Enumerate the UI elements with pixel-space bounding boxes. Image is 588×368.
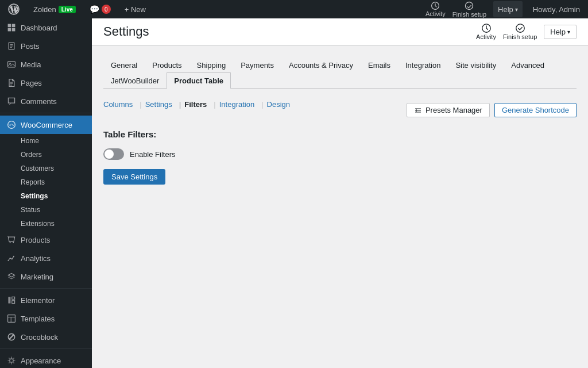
- tab-accounts-privacy[interactable]: Accounts & Privacy: [281, 57, 361, 73]
- tab-integration[interactable]: Integration: [398, 57, 448, 73]
- submenu-item-customers[interactable]: Customers: [0, 162, 92, 175]
- generate-shortcode-button[interactable]: Generate Shortcode: [494, 103, 577, 117]
- help-header-button[interactable]: Help ▾: [544, 25, 577, 39]
- sidebar-label-marketing: Marketing: [21, 273, 53, 281]
- sub-tab-design[interactable]: Design: [258, 100, 293, 109]
- submenu-label-settings: Settings: [21, 192, 48, 200]
- dashboard-icon: [7, 23, 16, 32]
- submenu-item-home[interactable]: Home: [0, 134, 92, 148]
- svg-point-11: [7, 260, 9, 261]
- save-settings-button[interactable]: Save Settings: [103, 169, 165, 185]
- sub-tab-columns[interactable]: Columns: [103, 100, 136, 109]
- sidebar-item-products[interactable]: Products: [0, 231, 92, 249]
- submenu-item-reports[interactable]: Reports: [0, 175, 92, 189]
- sidebar-label-crocoblock: Crocoblock: [21, 333, 58, 342]
- tab-product-table[interactable]: Product Table: [167, 72, 231, 89]
- menu-separator-1: [0, 113, 92, 113]
- wp-logo-button[interactable]: [5, 0, 23, 18]
- sidebar-item-elementor[interactable]: Elementor: [0, 291, 92, 309]
- svg-rect-6: [8, 62, 16, 67]
- sub-tab-integration[interactable]: Integration: [210, 100, 258, 109]
- svg-point-23: [516, 24, 524, 32]
- finish-setup-button[interactable]: Finish setup: [452, 1, 486, 18]
- new-content-button[interactable]: + New: [121, 0, 149, 18]
- submenu-item-settings[interactable]: Settings: [0, 189, 92, 203]
- media-icon: [7, 60, 16, 69]
- svg-point-7: [9, 63, 10, 64]
- sidebar-item-comments[interactable]: Comments: [0, 92, 92, 110]
- activity-button[interactable]: Activity: [425, 1, 446, 17]
- sidebar-label-products: Products: [21, 236, 50, 244]
- svg-point-9: [10, 242, 11, 243]
- live-badge: Live: [59, 6, 76, 13]
- sidebar-item-woocommerce[interactable]: WooCommerce: [0, 116, 92, 134]
- svg-point-13: [11, 259, 13, 260]
- sub-tab-settings[interactable]: Settings: [136, 100, 175, 109]
- submenu-label-extensions: Extensions: [21, 220, 55, 228]
- help-header-label: Help: [550, 28, 566, 36]
- sidebar-label-media: Media: [21, 60, 41, 69]
- sidebar-label-appearance: Appearance: [21, 356, 61, 365]
- submenu-item-extensions[interactable]: Extensions: [0, 217, 92, 231]
- sub-tab-row: Columns Settings Filters Integration Des…: [103, 100, 577, 120]
- help-dropdown-icon: ▾: [515, 6, 518, 13]
- finish-setup-header-button[interactable]: Finish setup: [503, 23, 537, 40]
- menu-separator-3: [0, 348, 92, 349]
- sidebar-item-appearance[interactable]: Appearance: [0, 351, 92, 368]
- woocommerce-icon: [7, 120, 16, 129]
- sub-tab-filters[interactable]: Filters: [176, 100, 211, 109]
- presets-manager-label: Presets Manager: [425, 106, 482, 114]
- sidebar-item-marketing[interactable]: Marketing: [0, 267, 92, 286]
- sidebar-item-posts[interactable]: Posts: [0, 37, 92, 55]
- sidebar-label-comments: Comments: [21, 97, 57, 106]
- svg-rect-15: [8, 297, 10, 303]
- settings-wrap: General Products Shipping Payments Accou…: [92, 45, 588, 196]
- tab-products[interactable]: Products: [145, 57, 189, 73]
- pages-icon: [7, 78, 16, 87]
- settings-tab-bar: General Products Shipping Payments Accou…: [103, 57, 577, 89]
- submenu-label-customers: Customers: [21, 164, 54, 172]
- comments-button[interactable]: 💬 0: [86, 0, 114, 18]
- sidebar-item-analytics[interactable]: Analytics: [0, 249, 92, 267]
- tab-site-visibility[interactable]: Site visibility: [448, 57, 504, 73]
- sidebar: Dashboard Posts Media Pages Comments: [0, 18, 92, 368]
- help-button[interactable]: Help ▾: [493, 1, 523, 17]
- sidebar-item-media[interactable]: Media: [0, 55, 92, 74]
- submenu-item-orders[interactable]: Orders: [0, 148, 92, 162]
- elementor-icon: [7, 296, 16, 305]
- site-name-button[interactable]: Zolden Live: [30, 0, 79, 18]
- menu-separator-2: [0, 288, 92, 289]
- sidebar-label-pages: Pages: [21, 79, 42, 87]
- enable-filters-toggle[interactable]: [103, 148, 124, 160]
- sidebar-item-templates[interactable]: Templates: [0, 309, 92, 328]
- tab-payments[interactable]: Payments: [233, 57, 281, 73]
- admin-bar: Zolden Live 💬 0 + New Activity Finish se…: [0, 0, 588, 18]
- presets-manager-button[interactable]: Presets Manager: [407, 103, 490, 117]
- tab-emails[interactable]: Emails: [361, 57, 398, 73]
- posts-icon: [7, 41, 16, 51]
- enable-filters-row: Enable Filters: [103, 148, 577, 160]
- new-label: + New: [125, 5, 146, 14]
- tab-jetwoobuilder[interactable]: JetWooBuilder: [103, 72, 167, 89]
- sidebar-item-pages[interactable]: Pages: [0, 74, 92, 92]
- main-content: Settings Activity Finish setup Help ▾: [92, 18, 588, 368]
- help-label: Help: [498, 5, 513, 14]
- crocoblock-icon: [7, 332, 16, 342]
- tab-advanced[interactable]: Advanced: [504, 57, 552, 73]
- svg-rect-3: [12, 24, 16, 28]
- sidebar-item-crocoblock[interactable]: Crocoblock: [0, 328, 92, 346]
- tab-general[interactable]: General: [103, 57, 145, 73]
- svg-rect-2: [8, 24, 11, 28]
- page-header: Settings Activity Finish setup Help ▾: [92, 18, 588, 45]
- tab-shipping[interactable]: Shipping: [189, 57, 234, 73]
- sidebar-item-dashboard[interactable]: Dashboard: [0, 18, 92, 37]
- activity-label: Activity: [425, 10, 446, 17]
- submenu-item-status[interactable]: Status: [0, 203, 92, 217]
- svg-rect-17: [12, 301, 15, 304]
- submenu-label-home: Home: [21, 137, 39, 145]
- site-name-label: Zolden: [33, 5, 56, 14]
- page-header-right: Activity Finish setup Help ▾: [476, 23, 577, 40]
- svg-rect-18: [8, 315, 16, 323]
- help-dropdown-chevron-icon: ▾: [567, 29, 570, 35]
- activity-header-button[interactable]: Activity: [476, 23, 496, 40]
